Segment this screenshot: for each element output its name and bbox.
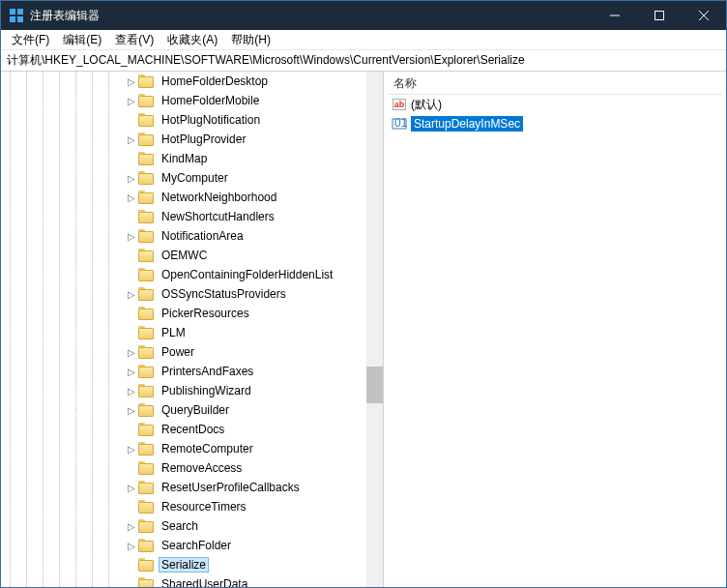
folder-icon bbox=[138, 403, 154, 417]
folder-icon bbox=[138, 500, 154, 514]
svg-rect-1 bbox=[17, 9, 23, 15]
titlebar[interactable]: 注册表编辑器 bbox=[1, 1, 726, 30]
address-bar[interactable]: 计算机\HKEY_LOCAL_MACHINE\SOFTWARE\Microsof… bbox=[1, 50, 726, 72]
expander-icon[interactable]: ▷ bbox=[125, 386, 138, 397]
folder-icon bbox=[138, 423, 154, 436]
tree-node[interactable]: ·RecentDocs bbox=[125, 420, 366, 439]
folder-icon bbox=[138, 132, 154, 146]
tree-node[interactable]: ▷NotificationArea bbox=[125, 226, 366, 246]
expander-icon[interactable]: ▷ bbox=[125, 483, 138, 493]
expander-icon[interactable]: ▷ bbox=[125, 367, 138, 377]
tree-node[interactable]: ▷Power bbox=[125, 342, 366, 362]
tree-node[interactable]: ▷NetworkNeighborhood bbox=[125, 188, 366, 207]
tree-node-label: HotPlugNotification bbox=[159, 112, 263, 128]
folder-icon bbox=[138, 558, 154, 572]
expander-icon[interactable]: ▷ bbox=[125, 76, 138, 87]
folder-icon bbox=[138, 268, 154, 281]
svg-rect-3 bbox=[17, 16, 23, 22]
folder-icon bbox=[138, 210, 154, 223]
expander-icon[interactable]: ▷ bbox=[125, 173, 138, 184]
folder-icon bbox=[138, 249, 154, 262]
tree-node-label: ResourceTimers bbox=[159, 499, 249, 514]
tree-node-label: SearchFolder bbox=[159, 538, 234, 553]
maximize-button[interactable] bbox=[637, 1, 682, 30]
tree-node[interactable]: ·HotPlugNotification bbox=[125, 110, 366, 130]
expander-icon[interactable]: ▷ bbox=[125, 192, 138, 203]
tree-node[interactable]: ·ResourceTimers bbox=[125, 497, 366, 516]
scrollbar-thumb[interactable] bbox=[366, 367, 383, 403]
folder-icon bbox=[138, 384, 154, 397]
list-row[interactable]: 011StartupDelayInMSec bbox=[388, 114, 722, 133]
expander-icon[interactable]: ▷ bbox=[125, 289, 138, 300]
menu-favorites[interactable]: 收藏夹(A) bbox=[160, 30, 224, 50]
tree-node[interactable]: ·Serialize bbox=[125, 555, 366, 574]
app-icon bbox=[9, 8, 24, 23]
expander-icon[interactable]: ▷ bbox=[125, 444, 138, 455]
list-header-name[interactable]: 名称 bbox=[388, 74, 722, 95]
tree-node[interactable]: ·PickerResources bbox=[125, 304, 366, 323]
minimize-button[interactable] bbox=[593, 1, 637, 30]
tree-node-label: QueryBuilder bbox=[159, 402, 232, 418]
folder-icon bbox=[138, 365, 154, 378]
folder-icon bbox=[138, 307, 154, 320]
tree-node[interactable]: ▷RemoteComputer bbox=[125, 439, 366, 458]
tree-node[interactable]: ·NewShortcutHandlers bbox=[125, 207, 366, 226]
tree-node-label: PickerResources bbox=[159, 306, 252, 321]
expander-icon[interactable]: ▷ bbox=[125, 347, 138, 358]
tree[interactable]: ▷HomeFolderDesktop▷HomeFolderMobile·HotP… bbox=[125, 72, 366, 587]
expander-icon[interactable]: ▷ bbox=[125, 541, 138, 551]
list-row[interactable]: ab(默认) bbox=[388, 95, 722, 114]
tree-node[interactable]: ▷Search bbox=[125, 516, 366, 536]
tree-node-label: ResetUserProfileCallbacks bbox=[159, 480, 303, 495]
tree-node-label: RecentDocs bbox=[159, 422, 227, 437]
tree-node[interactable]: ▷MyComputer bbox=[125, 168, 366, 188]
menu-file[interactable]: 文件(F) bbox=[5, 30, 56, 50]
tree-node[interactable]: ▷HomeFolderMobile bbox=[125, 91, 366, 110]
folder-icon bbox=[138, 287, 154, 301]
svg-rect-2 bbox=[10, 16, 15, 22]
tree-node[interactable]: ▷PublishingWizard bbox=[125, 381, 366, 400]
tree-node[interactable]: ▷ResetUserProfileCallbacks bbox=[125, 478, 366, 497]
tree-node[interactable]: ▷HotPlugProvider bbox=[125, 130, 366, 149]
tree-node[interactable]: ▷SearchFolder bbox=[125, 536, 366, 555]
close-button[interactable] bbox=[682, 1, 726, 30]
tree-node-label: PLM bbox=[159, 325, 189, 340]
tree-node[interactable]: ▷HomeFolderDesktop bbox=[125, 72, 366, 91]
tree-scrollbar[interactable] bbox=[366, 72, 383, 587]
folder-icon bbox=[138, 461, 154, 475]
tree-node-label: OpenContainingFolderHiddenList bbox=[159, 267, 335, 282]
expander-icon[interactable]: ▷ bbox=[125, 231, 138, 242]
folder-icon bbox=[138, 442, 154, 456]
tree-pane[interactable]: ▷HomeFolderDesktop▷HomeFolderMobile·HotP… bbox=[1, 72, 384, 587]
tree-node-label: KindMap bbox=[159, 151, 210, 166]
expander-icon[interactable]: ▷ bbox=[125, 405, 138, 416]
tree-node-label: NetworkNeighborhood bbox=[159, 190, 279, 205]
tree-node[interactable]: ▷QueryBuilder bbox=[125, 400, 366, 420]
tree-node-label: SharedUserData bbox=[159, 576, 250, 587]
tree-node-label: NewShortcutHandlers bbox=[159, 209, 277, 224]
expander-icon[interactable]: ▷ bbox=[125, 96, 138, 106]
menu-view[interactable]: 查看(V) bbox=[108, 30, 160, 50]
tree-node[interactable]: ·SharedUserData bbox=[125, 574, 366, 587]
tree-node[interactable]: ▷PrintersAndFaxes bbox=[125, 362, 366, 381]
tree-node-label: HomeFolderMobile bbox=[159, 93, 262, 108]
menu-edit[interactable]: 编辑(E) bbox=[56, 30, 108, 50]
svg-text:011: 011 bbox=[394, 116, 407, 130]
tree-node[interactable]: ·OEMWC bbox=[125, 246, 366, 265]
folder-icon bbox=[138, 539, 154, 552]
expander-icon[interactable]: ▷ bbox=[125, 134, 138, 145]
tree-node-label: OEMWC bbox=[159, 248, 210, 263]
list-pane[interactable]: 名称 ab(默认)011StartupDelayInMSec bbox=[384, 72, 726, 587]
folder-icon bbox=[138, 152, 154, 165]
expander-icon[interactable]: ▷ bbox=[125, 521, 138, 532]
tree-node[interactable]: ·RemoveAccess bbox=[125, 458, 366, 478]
menubar: 文件(F) 编辑(E) 查看(V) 收藏夹(A) 帮助(H) bbox=[1, 30, 726, 50]
folder-icon bbox=[138, 191, 154, 204]
tree-node[interactable]: ▷OSSyncStatusProviders bbox=[125, 284, 366, 304]
tree-node[interactable]: ·PLM bbox=[125, 323, 366, 342]
tree-node[interactable]: ·OpenContainingFolderHiddenList bbox=[125, 265, 366, 284]
folder-icon bbox=[138, 171, 154, 185]
tree-node[interactable]: ·KindMap bbox=[125, 149, 366, 168]
folder-icon bbox=[138, 113, 154, 127]
menu-help[interactable]: 帮助(H) bbox=[224, 30, 277, 50]
